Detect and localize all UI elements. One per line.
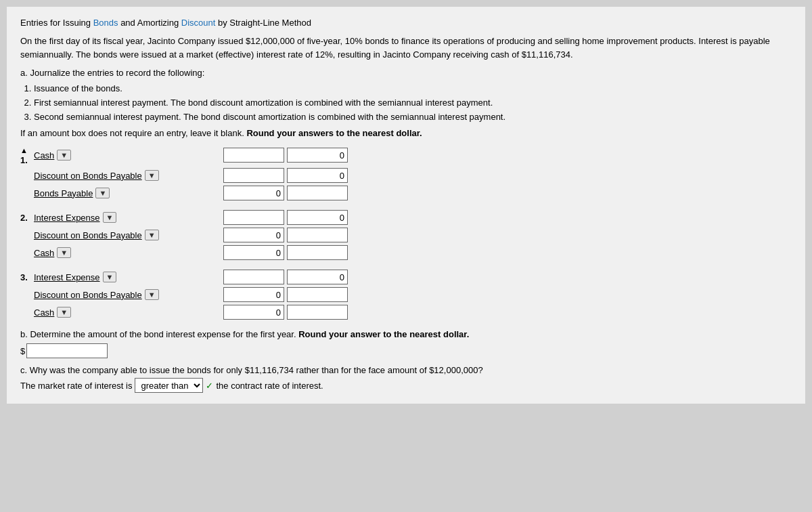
bond-interest-expense-input[interactable] [26,343,108,358]
entry-2-cash-dropdown[interactable]: ▼ [57,247,71,258]
bold-instruction: If an amount box does not require an ent… [20,128,792,138]
intro-text: On the first day of its fiscal year, Jac… [20,35,792,61]
entry-1-bonds-wrapper: Bonds Payable ▼ [34,188,223,198]
entry-1-discount-label: Discount on Bonds Payable [34,171,142,181]
section-c-text2: the contract rate of interest. [216,381,323,391]
entry-2-discount-dropdown[interactable]: ▼ [145,230,159,240]
entry-2-interest-debit[interactable] [223,210,284,225]
entry-1-row-1: ▲ 1. Cash ▼ [20,145,792,165]
entry-2-cash-wrapper: Cash ▼ [34,247,223,258]
entry-1-bonds-credit[interactable] [287,186,348,200]
instruction-3: Second semiannual interest payment. The … [34,110,792,125]
entry-2-discount-inputs [223,228,348,242]
entry-1-label-wrapper: Cash ▼ [34,150,223,161]
entry-3-section: 3. Interest Expense ▼ Discount on Bonds … [20,270,792,320]
entry-3-discount-inputs [223,287,348,302]
entry-1-cash-dropdown[interactable]: ▼ [57,150,71,161]
entry-1-discount-credit[interactable] [287,168,348,183]
instructions: Issuance of the bonds. First semiannual … [20,82,792,124]
entry-1-discount-dropdown[interactable]: ▼ [145,170,159,181]
entry-3-interest-debit[interactable] [223,270,284,284]
entry-1-cash-debit[interactable] [223,148,284,163]
section-c-text1: The market rate of interest is [20,381,132,391]
blank-instruction: If an amount box does not require an ent… [20,128,244,138]
entry-2-cash-label: Cash [34,248,54,258]
bonds-link[interactable]: Bonds [93,18,118,28]
section-b-label: b. Determine the amount of the bond inte… [20,329,792,339]
entry-2-interest-credit[interactable] [287,210,348,225]
entry-2-number: 2. [20,213,34,223]
instruction-1: Issuance of the bonds. [34,82,792,96]
entry-3-discount-dropdown[interactable]: ▼ [145,289,159,300]
entry-2-cash-credit[interactable] [287,245,348,260]
entry-3-row-2: Discount on Bonds Payable ▼ [34,287,792,302]
entry-3-discount-wrapper: Discount on Bonds Payable ▼ [34,289,223,300]
section-b-text: b. Determine the amount of the bond inte… [20,329,296,339]
round-instruction: Round your answers to the nearest dollar… [246,128,422,138]
entry-1-number: ▲ 1. [20,145,34,165]
entry-2-discount-debit[interactable] [223,228,284,242]
discount-link[interactable]: Discount [181,18,216,28]
entry-1-bonds-label: Bonds Payable [34,188,93,198]
section-a-label: a. Journalize the entries to record the … [20,68,792,78]
entry-3-row-1: 3. Interest Expense ▼ [20,270,792,284]
entry-3-cash-dropdown[interactable]: ▼ [57,307,71,318]
section-c-answer-row: The market rate of interest is greater t… [20,378,792,393]
entry-3-interest-credit[interactable] [287,270,348,284]
entry-1-bonds-debit[interactable] [223,186,284,200]
entry-2-interest-dropdown[interactable]: ▼ [103,212,117,223]
section-c-question: c. Why was the company able to issue the… [20,365,792,375]
entry-1-bonds-dropdown[interactable]: ▼ [95,188,110,198]
main-container: Entries for Issuing Bonds and Amortizing… [7,7,805,404]
entry-2-discount-wrapper: Discount on Bonds Payable ▼ [34,230,223,240]
entry-2-discount-label: Discount on Bonds Payable [34,230,142,240]
entry-1-section: ▲ 1. Cash ▼ Discount on Bonds Payable ▼ [20,145,792,200]
entry-2-row-2: Discount on Bonds Payable ▼ [34,228,792,242]
entry-3-discount-debit[interactable] [223,287,284,302]
entry-3-discount-label: Discount on Bonds Payable [34,290,142,300]
section-b: b. Determine the amount of the bond inte… [20,329,792,358]
instruction-2: First semiannual interest payment. The b… [34,96,792,110]
section-b-bold: Round your answer to the nearest dollar. [298,329,469,339]
entry-3-cash-debit[interactable] [223,305,284,320]
entry-3-cash-wrapper: Cash ▼ [34,307,223,318]
entry-3-label-wrapper: Interest Expense ▼ [34,272,223,282]
checkmark-icon: ✓ [206,381,213,391]
entry-2-cash-debit[interactable] [223,245,284,260]
market-rate-select[interactable]: greater than less than equal to [135,378,203,393]
entry-1-cash-label: Cash [34,150,54,161]
entry-2-row-3: Cash ▼ [34,245,792,260]
entry-2-row-1: 2. Interest Expense ▼ [20,210,792,225]
section-c: c. Why was the company able to issue the… [20,365,792,393]
entry-3-interest-label: Interest Expense [34,272,100,282]
entry-3-interest-dropdown[interactable]: ▼ [103,272,117,282]
entry-2-section: 2. Interest Expense ▼ Discount on Bonds … [20,210,792,260]
entry-1-row-2: Discount on Bonds Payable ▼ [34,168,792,183]
entry-2-discount-credit[interactable] [287,228,348,242]
entry-3-interest-inputs [223,270,348,284]
page-title: Entries for Issuing Bonds and Amortizing… [20,18,792,28]
entry-1-arrow: ▲ [20,146,28,154]
entry-1-cash-credit[interactable] [287,148,348,163]
entry-3-cash-inputs [223,305,348,320]
entry-2-cash-inputs [223,245,348,260]
entry-2-label-wrapper: Interest Expense ▼ [34,212,223,223]
entry-3-cash-credit[interactable] [287,305,348,320]
entry-1-cash-inputs [223,148,348,163]
entry-1-discount-inputs [223,168,348,183]
dollar-sign: $ [20,346,25,356]
entry-3-number: 3. [20,272,34,282]
entry-1-bonds-inputs [223,186,348,200]
entry-3-row-3: Cash ▼ [34,305,792,320]
entry-1-discount-debit[interactable] [223,168,284,183]
entry-1-discount-wrapper: Discount on Bonds Payable ▼ [34,170,223,181]
dollar-input-wrapper: $ [20,343,792,358]
entry-2-interest-inputs [223,210,348,225]
entry-3-discount-credit[interactable] [287,287,348,302]
entry-2-interest-label: Interest Expense [34,213,100,223]
entry-3-cash-label: Cash [34,307,54,318]
entry-1-row-3: Bonds Payable ▼ [34,186,792,200]
